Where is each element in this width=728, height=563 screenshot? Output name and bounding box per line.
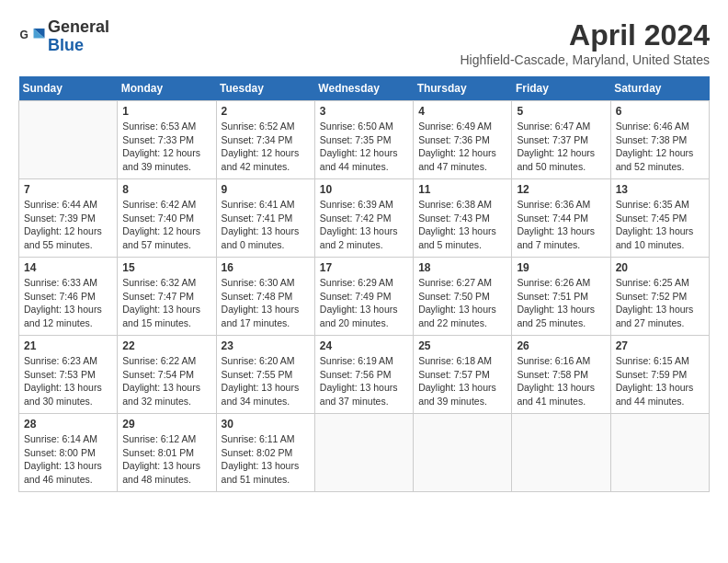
calendar-cell: 29Sunrise: 6:12 AMSunset: 8:01 PMDayligh…: [118, 414, 216, 492]
day-number: 7: [24, 183, 112, 196]
calendar-cell: [512, 414, 610, 492]
day-header-friday: Friday: [512, 76, 610, 101]
calendar-week-row: 7Sunrise: 6:44 AMSunset: 7:39 PMDaylight…: [19, 179, 710, 258]
day-number: 10: [320, 183, 408, 196]
calendar-cell: [610, 414, 709, 492]
day-info: Sunrise: 6:42 AMSunset: 7:40 PMDaylight:…: [122, 198, 210, 252]
calendar-cell: 23Sunrise: 6:20 AMSunset: 7:55 PMDayligh…: [216, 336, 314, 414]
day-header-thursday: Thursday: [414, 76, 512, 101]
day-info: Sunrise: 6:30 AMSunset: 7:48 PMDaylight:…: [222, 276, 310, 330]
day-info: Sunrise: 6:35 AMSunset: 7:45 PMDaylight:…: [616, 198, 704, 252]
day-number: 16: [222, 261, 310, 274]
day-number: 11: [418, 183, 506, 196]
day-header-monday: Monday: [118, 76, 216, 101]
day-number: 5: [517, 105, 605, 118]
logo-icon: G: [18, 23, 46, 51]
day-number: 28: [24, 418, 112, 431]
day-number: 4: [418, 105, 506, 118]
day-number: 21: [24, 339, 112, 352]
calendar-cell: 14Sunrise: 6:33 AMSunset: 7:46 PMDayligh…: [19, 258, 118, 336]
logo-text: General Blue: [48, 18, 109, 55]
day-info: Sunrise: 6:44 AMSunset: 7:39 PMDaylight:…: [24, 198, 112, 252]
day-info: Sunrise: 6:25 AMSunset: 7:52 PMDaylight:…: [616, 276, 704, 330]
day-number: 17: [320, 261, 408, 274]
day-info: Sunrise: 6:15 AMSunset: 7:59 PMDaylight:…: [616, 354, 704, 408]
calendar-cell: 5Sunrise: 6:47 AMSunset: 7:37 PMDaylight…: [512, 101, 610, 179]
day-number: 9: [222, 183, 310, 196]
day-number: 14: [24, 261, 112, 274]
logo: G General Blue: [18, 18, 109, 55]
location-title: Highfield-Cascade, Maryland, United Stat…: [460, 52, 710, 67]
day-number: 2: [222, 105, 310, 118]
day-info: Sunrise: 6:50 AMSunset: 7:35 PMDaylight:…: [320, 120, 408, 174]
day-info: Sunrise: 6:18 AMSunset: 7:57 PMDaylight:…: [418, 354, 506, 408]
calendar-cell: 13Sunrise: 6:35 AMSunset: 7:45 PMDayligh…: [610, 179, 709, 258]
calendar-cell: 17Sunrise: 6:29 AMSunset: 7:49 PMDayligh…: [314, 258, 413, 336]
day-number: 30: [222, 418, 310, 431]
day-info: Sunrise: 6:22 AMSunset: 7:54 PMDaylight:…: [122, 354, 210, 408]
calendar-cell: [314, 414, 413, 492]
day-number: 3: [320, 105, 408, 118]
day-number: 29: [122, 418, 210, 431]
day-info: Sunrise: 6:46 AMSunset: 7:38 PMDaylight:…: [616, 120, 704, 174]
calendar-cell: 9Sunrise: 6:41 AMSunset: 7:41 PMDaylight…: [216, 179, 314, 258]
logo-blue: Blue: [48, 37, 109, 55]
calendar-week-row: 14Sunrise: 6:33 AMSunset: 7:46 PMDayligh…: [19, 258, 710, 336]
calendar-cell: 6Sunrise: 6:46 AMSunset: 7:38 PMDaylight…: [610, 101, 709, 179]
day-number: 27: [616, 339, 704, 352]
calendar-header-row: SundayMondayTuesdayWednesdayThursdayFrid…: [19, 76, 710, 101]
calendar-cell: [414, 414, 512, 492]
title-section: April 2024 Highfield-Cascade, Maryland, …: [460, 18, 710, 67]
day-info: Sunrise: 6:11 AMSunset: 8:02 PMDaylight:…: [222, 432, 310, 487]
day-header-wednesday: Wednesday: [314, 76, 413, 101]
calendar-cell: 28Sunrise: 6:14 AMSunset: 8:00 PMDayligh…: [19, 414, 118, 492]
calendar-cell: 19Sunrise: 6:26 AMSunset: 7:51 PMDayligh…: [512, 258, 610, 336]
calendar-cell: 25Sunrise: 6:18 AMSunset: 7:57 PMDayligh…: [414, 336, 512, 414]
day-header-saturday: Saturday: [610, 76, 709, 101]
day-info: Sunrise: 6:41 AMSunset: 7:41 PMDaylight:…: [222, 198, 310, 252]
day-number: 25: [418, 339, 506, 352]
calendar-cell: 1Sunrise: 6:53 AMSunset: 7:33 PMDaylight…: [118, 101, 216, 179]
calendar-cell: 16Sunrise: 6:30 AMSunset: 7:48 PMDayligh…: [216, 258, 314, 336]
day-header-sunday: Sunday: [19, 76, 118, 101]
calendar-week-row: 28Sunrise: 6:14 AMSunset: 8:00 PMDayligh…: [19, 414, 710, 492]
page-header: G General Blue April 2024 Highfield-Casc…: [18, 18, 710, 67]
day-info: Sunrise: 6:49 AMSunset: 7:36 PMDaylight:…: [418, 120, 506, 174]
calendar-cell: 21Sunrise: 6:23 AMSunset: 7:53 PMDayligh…: [19, 336, 118, 414]
day-info: Sunrise: 6:53 AMSunset: 7:33 PMDaylight:…: [122, 120, 210, 174]
day-info: Sunrise: 6:33 AMSunset: 7:46 PMDaylight:…: [24, 276, 112, 330]
day-number: 19: [517, 261, 605, 274]
calendar-cell: 7Sunrise: 6:44 AMSunset: 7:39 PMDaylight…: [19, 179, 118, 258]
calendar-table: SundayMondayTuesdayWednesdayThursdayFrid…: [18, 76, 710, 492]
calendar-cell: 22Sunrise: 6:22 AMSunset: 7:54 PMDayligh…: [118, 336, 216, 414]
day-number: 8: [122, 183, 210, 196]
day-info: Sunrise: 6:38 AMSunset: 7:43 PMDaylight:…: [418, 198, 506, 252]
calendar-cell: [19, 101, 118, 179]
logo-general: General: [48, 18, 109, 37]
calendar-cell: 18Sunrise: 6:27 AMSunset: 7:50 PMDayligh…: [414, 258, 512, 336]
day-number: 24: [320, 339, 408, 352]
calendar-cell: 12Sunrise: 6:36 AMSunset: 7:44 PMDayligh…: [512, 179, 610, 258]
calendar-cell: 10Sunrise: 6:39 AMSunset: 7:42 PMDayligh…: [314, 179, 413, 258]
day-info: Sunrise: 6:14 AMSunset: 8:00 PMDaylight:…: [24, 432, 112, 487]
day-info: Sunrise: 6:20 AMSunset: 7:55 PMDaylight:…: [222, 354, 310, 408]
day-info: Sunrise: 6:16 AMSunset: 7:58 PMDaylight:…: [517, 354, 605, 408]
day-info: Sunrise: 6:27 AMSunset: 7:50 PMDaylight:…: [418, 276, 506, 330]
day-info: Sunrise: 6:19 AMSunset: 7:56 PMDaylight:…: [320, 354, 408, 408]
calendar-cell: 3Sunrise: 6:50 AMSunset: 7:35 PMDaylight…: [314, 101, 413, 179]
day-number: 23: [222, 339, 310, 352]
day-info: Sunrise: 6:32 AMSunset: 7:47 PMDaylight:…: [122, 276, 210, 330]
day-info: Sunrise: 6:36 AMSunset: 7:44 PMDaylight:…: [517, 198, 605, 252]
calendar-cell: 11Sunrise: 6:38 AMSunset: 7:43 PMDayligh…: [414, 179, 512, 258]
calendar-cell: 27Sunrise: 6:15 AMSunset: 7:59 PMDayligh…: [610, 336, 709, 414]
day-number: 22: [122, 339, 210, 352]
calendar-cell: 4Sunrise: 6:49 AMSunset: 7:36 PMDaylight…: [414, 101, 512, 179]
day-info: Sunrise: 6:47 AMSunset: 7:37 PMDaylight:…: [517, 120, 605, 174]
day-number: 15: [122, 261, 210, 274]
day-info: Sunrise: 6:39 AMSunset: 7:42 PMDaylight:…: [320, 198, 408, 252]
day-number: 1: [122, 105, 210, 118]
day-info: Sunrise: 6:12 AMSunset: 8:01 PMDaylight:…: [122, 432, 210, 487]
day-info: Sunrise: 6:52 AMSunset: 7:34 PMDaylight:…: [222, 120, 310, 174]
day-info: Sunrise: 6:23 AMSunset: 7:53 PMDaylight:…: [24, 354, 112, 408]
calendar-cell: 15Sunrise: 6:32 AMSunset: 7:47 PMDayligh…: [118, 258, 216, 336]
